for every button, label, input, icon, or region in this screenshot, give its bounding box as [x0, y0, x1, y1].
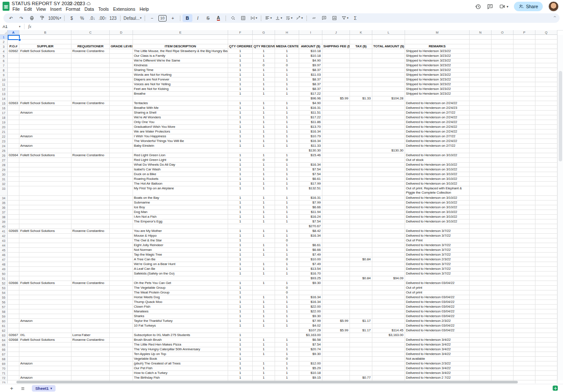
cell[interactable] — [350, 63, 372, 68]
cell[interactable]: $5.29 — [299, 366, 322, 371]
cell[interactable]: Delivered to Henderson 2 7/22 — [405, 376, 470, 380]
cell[interactable] — [535, 324, 557, 328]
vertical-align-button[interactable]: ▾ — [274, 14, 284, 22]
cell[interactable] — [492, 144, 514, 148]
cell[interactable] — [19, 290, 71, 295]
cell[interactable]: Delivered to Henderson 03/04/22 — [405, 328, 470, 333]
cell[interactable]: 1 — [275, 309, 299, 314]
row-header[interactable]: 47 — [0, 257, 8, 262]
cell[interactable]: 0 — [253, 158, 275, 163]
cell[interactable] — [8, 82, 19, 87]
row-header[interactable]: 36 — [0, 205, 8, 210]
cell[interactable] — [110, 111, 133, 115]
cell[interactable] — [8, 343, 19, 347]
cell[interactable] — [322, 87, 350, 92]
cell[interactable] — [322, 286, 350, 290]
cell[interactable]: Not available — [405, 357, 470, 361]
cell[interactable] — [133, 35, 228, 40]
cell[interactable] — [492, 35, 514, 40]
cell[interactable] — [8, 201, 19, 205]
cell[interactable]: 1 — [275, 196, 299, 201]
cell[interactable] — [470, 229, 492, 234]
cell[interactable] — [372, 229, 405, 234]
cell[interactable] — [8, 111, 19, 115]
filter-button[interactable]: ▾ — [340, 14, 350, 22]
cell[interactable] — [535, 101, 557, 106]
cell[interactable]: Delivered to Henderson on 2/24/23 — [405, 106, 470, 111]
cell[interactable]: $16.24 — [299, 215, 322, 219]
cell[interactable] — [492, 167, 514, 172]
cell[interactable]: 1 — [228, 210, 253, 215]
cell[interactable] — [71, 186, 110, 196]
cell[interactable]: You are My Mother — [133, 229, 228, 234]
cell[interactable]: 1 — [275, 134, 299, 139]
cell[interactable] — [110, 82, 133, 87]
cell[interactable] — [372, 253, 405, 257]
cell[interactable] — [372, 224, 405, 229]
cell[interactable] — [71, 111, 110, 115]
cell[interactable]: Ice Boy — [133, 205, 228, 210]
row-header[interactable]: 10 — [0, 77, 8, 82]
cell[interactable] — [372, 324, 405, 328]
cell[interactable]: 02668 — [8, 338, 19, 343]
cell[interactable] — [492, 182, 514, 186]
cell[interactable] — [322, 177, 350, 182]
cell[interactable] — [372, 125, 405, 130]
cell[interactable] — [492, 262, 514, 267]
cell[interactable] — [19, 92, 71, 96]
cell[interactable]: Breathe — [133, 92, 228, 96]
cell[interactable]: $10.18 — [299, 49, 322, 54]
cell[interactable]: Roxanne Constantino — [71, 101, 110, 106]
cell[interactable] — [535, 219, 557, 224]
cell[interactable] — [322, 172, 350, 177]
cell[interactable] — [535, 40, 557, 44]
row-header[interactable]: 27 — [0, 158, 8, 163]
cell[interactable] — [492, 361, 514, 366]
cell[interactable] — [19, 238, 71, 243]
cell[interactable]: 1 — [253, 163, 275, 167]
cell[interactable] — [514, 177, 535, 182]
cell[interactable] — [8, 115, 19, 120]
cell[interactable]: $11.86 — [299, 120, 322, 125]
cell[interactable] — [350, 357, 372, 361]
row-header[interactable]: 51 — [0, 276, 8, 281]
cell[interactable]: 1 — [275, 101, 299, 106]
tab-sheet1[interactable]: Sheet1 ▾ — [32, 385, 56, 392]
cell[interactable]: 1 — [228, 361, 253, 366]
cell[interactable] — [372, 201, 405, 205]
cell[interactable] — [535, 281, 557, 286]
cell[interactable]: 1 — [228, 134, 253, 139]
cell[interactable]: Submarine — [133, 201, 228, 205]
cell[interactable]: 1 — [275, 182, 299, 186]
cell[interactable] — [514, 376, 535, 380]
cell[interactable]: $130.30 — [372, 148, 405, 153]
cell[interactable] — [110, 234, 133, 238]
cell[interactable]: $16.31 — [299, 196, 322, 201]
cell[interactable] — [322, 82, 350, 87]
cell[interactable] — [492, 68, 514, 73]
cell[interactable] — [535, 139, 557, 144]
cell[interactable] — [8, 224, 19, 229]
cell[interactable] — [492, 343, 514, 347]
row-header[interactable]: 21 — [0, 130, 8, 134]
cell[interactable] — [535, 148, 557, 153]
cell[interactable]: $1.33 — [350, 96, 372, 101]
cell[interactable]: Voices are Not for Yelling — [133, 82, 228, 87]
cell[interactable] — [8, 371, 19, 376]
cell[interactable]: Delivered to Henderson on 3/10/22 — [405, 210, 470, 215]
cell[interactable] — [514, 352, 535, 357]
cell[interactable] — [71, 295, 110, 300]
cell[interactable] — [350, 286, 372, 290]
cell[interactable] — [350, 248, 372, 253]
cell[interactable] — [470, 234, 492, 238]
cell[interactable] — [19, 272, 71, 276]
cell[interactable] — [372, 153, 405, 158]
cell[interactable] — [19, 309, 71, 314]
cell[interactable] — [470, 172, 492, 177]
cell[interactable] — [8, 158, 19, 163]
cell[interactable] — [8, 167, 19, 172]
version-history-icon[interactable] — [475, 3, 481, 10]
cell[interactable] — [322, 59, 350, 63]
cell[interactable] — [470, 376, 492, 380]
cell[interactable] — [322, 309, 350, 314]
